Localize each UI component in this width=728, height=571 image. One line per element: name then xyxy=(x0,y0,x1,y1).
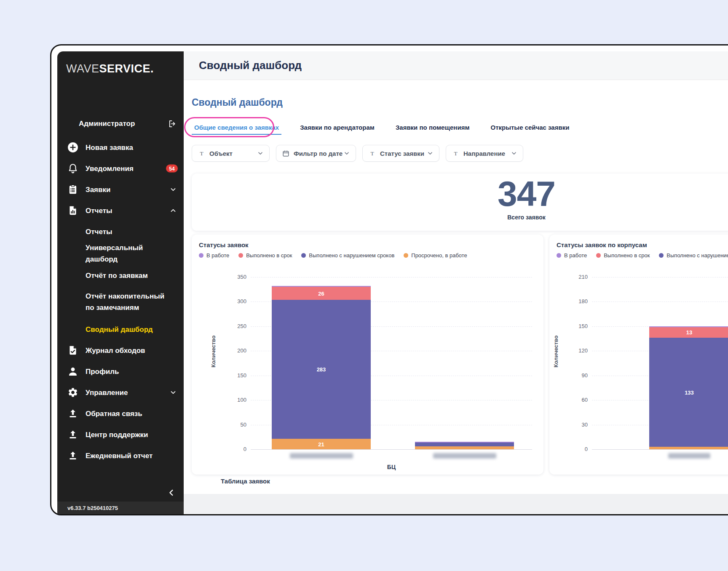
y-axis-title: Количество xyxy=(210,336,217,368)
sidebar-item-label: Центр поддержки xyxy=(86,429,148,440)
bar-value-label: 133 xyxy=(649,389,728,395)
y-tick-label: 0 xyxy=(230,446,246,452)
bar-segment[interactable]: 26 xyxy=(272,287,371,299)
sidebar-item-requests[interactable]: Заявки xyxy=(57,179,184,200)
bar-segment[interactable] xyxy=(649,326,728,327)
tab-by-premises[interactable]: Заявки по помещениям xyxy=(393,121,472,135)
sidebar-item-daily-report[interactable]: Ежедневный отчет xyxy=(57,445,184,466)
legend-dot xyxy=(659,253,664,258)
sidebar-item-label: Отчеты xyxy=(86,226,112,237)
chevron-down-icon xyxy=(257,150,264,157)
chart-plot: 0501001502002503003502128326БЦ xyxy=(251,277,532,449)
user-row: Администратор xyxy=(57,118,184,130)
sidebar-item-support-center[interactable]: Центр поддержки xyxy=(57,424,184,445)
tab-general-info[interactable]: Общие сведения о заявках xyxy=(192,121,281,135)
sidebar-item-label: Журнал обходов xyxy=(86,345,145,356)
x-axis-label-blurred xyxy=(433,453,496,459)
y-tick-label: 150 xyxy=(230,372,246,379)
bar-segment[interactable] xyxy=(415,443,514,446)
text-filter-icon: T xyxy=(452,149,460,157)
gear-icon xyxy=(67,387,78,398)
legend-dot xyxy=(557,253,561,258)
sidebar-item-label: Уведомления xyxy=(86,163,134,174)
legend-item: В работе xyxy=(199,252,229,259)
tab-open-now[interactable]: Открытые сейчас заявки xyxy=(488,121,572,135)
upload-icon xyxy=(67,408,78,419)
logout-icon[interactable] xyxy=(168,119,177,128)
text-filter-icon: T xyxy=(368,149,376,157)
gridline xyxy=(592,449,728,450)
sidebar-item-feedback[interactable]: Обратная связь xyxy=(57,403,184,424)
app-window: WAVESERVICE. Администратор Новая заявкаУ… xyxy=(50,44,728,515)
filter-direction[interactable]: TНаправление xyxy=(446,145,523,162)
legend-item: Выполнено в срок xyxy=(238,252,292,259)
y-tick-label: 200 xyxy=(230,347,246,354)
sidebar-item-universal-dashboard[interactable]: Универсальный дашборд xyxy=(57,242,184,265)
total-requests-card: 347 Всего заявок xyxy=(192,173,728,231)
sidebar-item-profile[interactable]: Профиль xyxy=(57,361,184,382)
y-tick-label: 100 xyxy=(230,397,246,403)
sidebar-item-management[interactable]: Управление xyxy=(57,382,184,403)
sidebar: WAVESERVICE. Администратор Новая заявкаУ… xyxy=(57,51,184,514)
legend-dot xyxy=(404,253,408,258)
bar-segment[interactable] xyxy=(272,286,371,287)
sidebar-item-inspection-log[interactable]: Журнал обходов xyxy=(57,340,184,361)
y-tick-label: 90 xyxy=(572,372,588,379)
sidebar-item-new-request[interactable]: Новая заявка xyxy=(57,137,184,158)
y-tick-label: 50 xyxy=(230,422,246,428)
total-requests-label: Всего заявок xyxy=(192,214,728,221)
logo-bold-part: SERVICE. xyxy=(99,62,154,75)
legend-label: Просрочено, в работе xyxy=(411,252,467,259)
filter-label: Направление xyxy=(463,150,505,157)
tab-by-tenants[interactable]: Заявки по арендаторам xyxy=(297,121,377,135)
chevron-down-icon xyxy=(343,150,350,157)
sidebar-item-summary-dashboard[interactable]: Сводный дашборд xyxy=(57,319,184,340)
bar-segment[interactable] xyxy=(649,447,728,449)
top-header-bar: Сводный дашборд xyxy=(184,51,728,80)
table-header-strip xyxy=(184,494,728,515)
bar-segment[interactable]: 21 xyxy=(272,439,371,449)
doc-check-icon xyxy=(67,345,78,356)
text-filter-icon: T xyxy=(198,149,206,157)
bar-segment[interactable]: 133 xyxy=(649,338,728,447)
filter-object[interactable]: TОбъект xyxy=(192,145,270,162)
y-tick-label: 120 xyxy=(572,347,588,354)
legend-item: Просрочено, в работе xyxy=(404,252,467,259)
plus-circle-icon xyxy=(67,142,78,153)
legend-dot xyxy=(199,253,203,258)
report-icon xyxy=(67,205,78,216)
bar-segment[interactable]: 283 xyxy=(272,300,371,439)
bell-icon xyxy=(67,163,78,174)
sidebar-item-cumulative-remarks-report[interactable]: Отчёт накопительный по замечаниям xyxy=(57,286,184,319)
notification-badge: 54 xyxy=(166,165,178,173)
y-tick-label: 250 xyxy=(230,323,246,329)
legend-item: В работе xyxy=(557,252,587,259)
sidebar-collapse-button[interactable] xyxy=(167,488,176,497)
chart-card-statuses: Статусы заявок В работеВыполнено в срокВ… xyxy=(192,235,543,475)
version-label: v6.33.7 b250410275 xyxy=(67,505,118,511)
sidebar-item-notifications[interactable]: Уведомления54 xyxy=(57,158,184,179)
legend-label: Выполнено с нарушением сроков xyxy=(666,252,728,259)
sidebar-item-label: Отчёт по заявкам xyxy=(86,270,148,281)
upload-icon xyxy=(67,429,78,440)
bar-segment[interactable]: 13 xyxy=(649,327,728,338)
page-title: Сводный дашборд xyxy=(192,97,283,108)
gridline xyxy=(592,277,728,277)
dashboard-content: Сводный дашборд Общие сведения о заявках… xyxy=(184,80,728,514)
gridline xyxy=(251,449,532,450)
y-tick-label: 210 xyxy=(572,274,588,280)
filter-request-status[interactable]: TСтатус заявки xyxy=(362,145,439,162)
gridline xyxy=(592,302,728,302)
window-title: Сводный дашборд xyxy=(199,59,302,72)
chart-legend: В работеВыполнено в срокВыполнено с нару… xyxy=(557,252,728,259)
filter-label: Объект xyxy=(209,150,233,157)
y-tick-label: 60 xyxy=(572,397,588,403)
sidebar-item-reports[interactable]: Отчеты xyxy=(57,200,184,221)
bar-segment[interactable] xyxy=(415,442,514,442)
filter-date-filter[interactable]: Фильтр по дате xyxy=(276,145,356,162)
bar-segment[interactable] xyxy=(415,446,514,449)
sidebar-item-reports-sub[interactable]: Отчеты xyxy=(57,221,184,242)
sidebar-item-request-report[interactable]: Отчёт по заявкам xyxy=(57,265,184,286)
sidebar-item-label: Профиль xyxy=(86,366,119,377)
svg-text:T: T xyxy=(370,150,374,156)
